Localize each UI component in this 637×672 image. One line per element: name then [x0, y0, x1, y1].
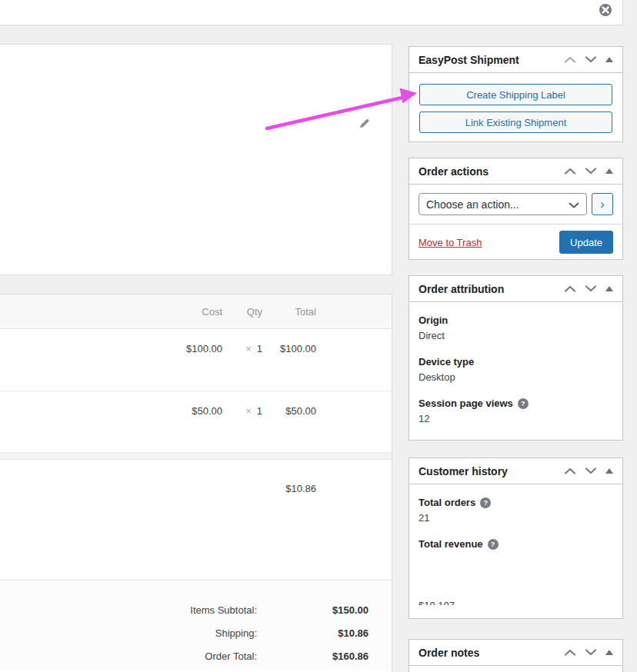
table-row: $50.00 ×1 $50.00	[0, 391, 392, 453]
panel-title: EasyPost Shipment	[419, 54, 519, 66]
field-label: Total revenue	[419, 538, 483, 551]
order-items-panel: Cost Qty Total $100.00 ×1 $100.00 $50.00…	[0, 294, 392, 672]
field-value: 12	[419, 412, 613, 425]
move-down-icon[interactable]	[585, 649, 597, 656]
move-down-icon[interactable]	[585, 168, 597, 175]
panel-title: Customer history	[419, 465, 508, 477]
totals-value: $150.00	[332, 604, 369, 616]
item-cost: $50.00	[192, 405, 222, 417]
move-up-icon[interactable]	[564, 168, 576, 175]
totals-label: Items Subtotal:	[190, 604, 257, 616]
panel-header: Order notes	[409, 640, 622, 666]
qty-value: 1	[257, 343, 262, 354]
toggle-panel-icon[interactable]	[605, 57, 613, 62]
times-glyph: ×	[245, 405, 257, 417]
panel-header: Order actions	[409, 158, 622, 185]
field-value: Direct	[419, 329, 613, 342]
apply-action-button[interactable]: ›	[592, 193, 613, 215]
history-total-orders: Total orders ? 21	[419, 497, 613, 524]
easypost-shipment-panel: EasyPost Shipment Create Shipping Label …	[409, 46, 623, 142]
totals-label: Order Total:	[205, 650, 257, 662]
item-cost: $100.00	[186, 343, 222, 354]
panel-header: Customer history	[409, 458, 622, 484]
help-icon[interactable]: ?	[518, 398, 529, 409]
customer-history-panel: Customer history Total orders ? 21 Total…	[409, 457, 623, 619]
panel-body: Choose an action... ›	[409, 185, 622, 224]
panel-header: Order attribution	[409, 276, 622, 302]
move-down-icon[interactable]	[585, 467, 597, 474]
totals-row: Items Subtotal: $150.00	[0, 600, 392, 623]
field-label: Device type	[419, 356, 613, 368]
panel-title: Order notes	[419, 647, 479, 659]
panel-body: Total orders ? 21 Total revenue ? $10,10…	[409, 484, 622, 619]
col-header-qty: Qty	[247, 306, 262, 318]
item-qty: ×1	[245, 405, 262, 417]
item-qty: ×1	[245, 343, 262, 354]
times-glyph: ×	[245, 343, 257, 354]
field-label: Total orders	[419, 497, 475, 509]
help-icon[interactable]: ?	[480, 497, 491, 508]
order-action-select[interactable]: Choose an action...	[419, 193, 587, 215]
table-row: $100.00 ×1 $100.00	[0, 329, 392, 391]
attribution-device-type: Device type Desktop	[419, 356, 613, 384]
history-total-revenue: Total revenue ?	[419, 538, 613, 551]
item-total: $50.00	[285, 405, 316, 417]
panel-footer: Move to Trash Update	[409, 224, 622, 261]
field-label: Origin	[419, 314, 613, 327]
order-data-panel	[0, 44, 392, 275]
help-icon[interactable]: ?	[488, 539, 499, 550]
order-totals-section: Items Subtotal: $150.00 Shipping: $10.86…	[0, 580, 392, 670]
toggle-panel-icon[interactable]	[605, 650, 613, 655]
attribution-session-views: Session page views ? 12	[419, 398, 613, 425]
update-button[interactable]: Update	[559, 231, 613, 254]
link-existing-shipment-button[interactable]: Link Existing Shipment	[419, 111, 612, 133]
shipping-line-total: $10.86	[285, 483, 316, 494]
totals-label: Shipping:	[215, 627, 257, 639]
panel-body: Origin Direct Device type Desktop Sessio…	[409, 302, 622, 451]
revenue-value-clipped: $10,107	[419, 599, 455, 605]
move-up-icon[interactable]	[564, 56, 576, 63]
dismiss-notice-icon[interactable]	[599, 3, 612, 17]
move-up-icon[interactable]	[564, 649, 576, 656]
move-up-icon[interactable]	[564, 285, 576, 292]
totals-value: $10.86	[338, 627, 369, 639]
toggle-panel-icon[interactable]	[605, 286, 613, 291]
totals-row: Shipping: $10.86	[0, 623, 392, 646]
field-value: 21	[419, 511, 613, 524]
item-total: $100.00	[280, 343, 316, 354]
move-down-icon[interactable]	[585, 285, 597, 292]
qty-value: 1	[257, 405, 262, 417]
order-notes-panel: Order notes	[409, 639, 623, 672]
order-edit-page: Cost Qty Total $100.00 ×1 $100.00 $50.00…	[0, 0, 637, 672]
top-notice-bar	[0, 0, 623, 25]
panel-body: Create Shipping Label Link Existing Ship…	[409, 73, 622, 133]
order-attribution-panel: Order attribution Origin Direct Device t…	[409, 275, 623, 441]
panel-title: Order attribution	[419, 283, 504, 295]
toggle-panel-icon[interactable]	[605, 168, 613, 174]
panel-header: EasyPost Shipment	[409, 47, 622, 73]
col-header-cost: Cost	[202, 306, 222, 318]
attribution-origin: Origin Direct	[419, 314, 613, 342]
chevron-down-icon	[569, 198, 579, 211]
panel-title: Order actions	[419, 165, 489, 178]
totals-row: Order Total: $160.86	[0, 646, 392, 669]
items-table-header: Cost Qty Total	[0, 294, 392, 329]
move-up-icon[interactable]	[564, 467, 576, 474]
move-to-trash-link[interactable]: Move to Trash	[419, 237, 482, 248]
toggle-panel-icon[interactable]	[605, 468, 613, 474]
field-label: Session page views	[419, 398, 513, 410]
items-divider-strip	[0, 453, 392, 460]
edit-address-pencil-icon[interactable]	[356, 117, 372, 132]
create-shipping-label-button[interactable]: Create Shipping Label	[419, 84, 612, 105]
order-actions-panel: Order actions Choose an action... › Move…	[409, 158, 623, 260]
shipping-line-row: $10.86	[0, 460, 392, 580]
field-value: Desktop	[419, 371, 613, 384]
move-down-icon[interactable]	[585, 56, 597, 63]
totals-value: $160.86	[332, 650, 369, 662]
col-header-total: Total	[295, 306, 316, 318]
select-value: Choose an action...	[426, 198, 519, 211]
